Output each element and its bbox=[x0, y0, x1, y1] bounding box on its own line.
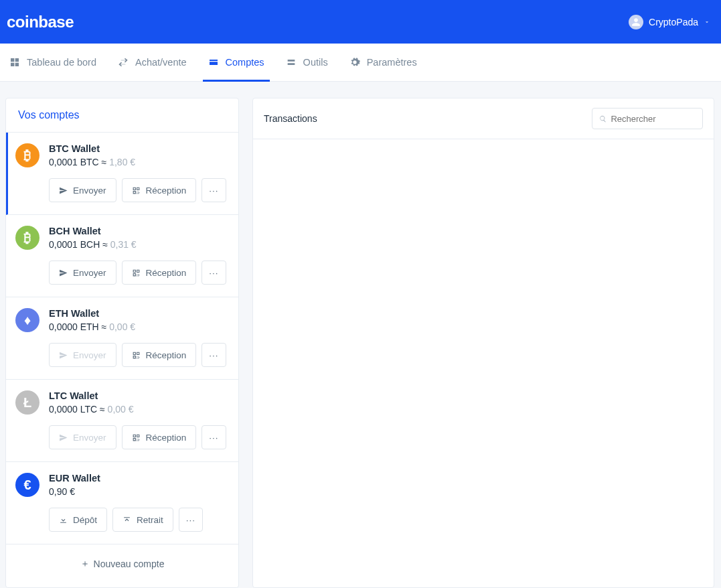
more-button[interactable]: ··· bbox=[202, 425, 226, 449]
user-menu[interactable]: CryptoPada bbox=[629, 15, 710, 29]
avatar-icon bbox=[629, 15, 643, 29]
nav-label: Achat/vente bbox=[135, 57, 187, 68]
btc-coin-icon: ₿ bbox=[15, 143, 39, 167]
send-button[interactable]: Envoyer bbox=[49, 261, 116, 285]
wallet-name: LTC Wallet bbox=[49, 390, 229, 401]
nav-tools[interactable]: Outils bbox=[283, 44, 331, 81]
brand-logo[interactable]: coinbase bbox=[7, 13, 74, 31]
swap-icon bbox=[118, 57, 129, 68]
wallet-bch[interactable]: ₿BCH Wallet0,0001 BCH ≈ 0,31 €EnvoyerRéc… bbox=[6, 215, 238, 297]
tools-icon bbox=[286, 57, 297, 68]
nav-label: Tableau de bord bbox=[27, 57, 96, 68]
new-account-button[interactable]: ＋Nouveau compte bbox=[6, 544, 238, 583]
send-button: Envoyer bbox=[49, 343, 116, 367]
gear-icon bbox=[349, 57, 360, 68]
wallet-name: ETH Wallet bbox=[49, 308, 229, 319]
top-bar: coinbase CryptoPada bbox=[0, 0, 721, 44]
wallet-balance: 0,0001 BTC ≈ 1,80 € bbox=[49, 157, 229, 167]
withdraw-button[interactable]: Retrait bbox=[112, 508, 173, 532]
wallet-balance: 0,0000 ETH ≈ 0,00 € bbox=[49, 321, 229, 332]
ltc-coin-icon: Ł bbox=[15, 390, 39, 415]
content-area: Vos comptes ₿BTC Wallet0,0001 BTC ≈ 1,80… bbox=[0, 82, 721, 588]
transactions-title: Transactions bbox=[264, 113, 317, 124]
more-button[interactable]: ··· bbox=[202, 343, 226, 367]
plus-icon: ＋ bbox=[80, 558, 90, 570]
wallet-eur[interactable]: €EUR Wallet0,90 €DépôtRetrait··· bbox=[6, 462, 238, 544]
wallet-icon bbox=[208, 57, 219, 68]
send-button: Envoyer bbox=[49, 425, 116, 449]
search-box[interactable] bbox=[592, 108, 703, 129]
receive-button[interactable]: Réception bbox=[122, 178, 197, 202]
transactions-panel: Transactions bbox=[252, 98, 714, 588]
wallet-name: BTC Wallet bbox=[49, 143, 229, 154]
nav-buysell[interactable]: Achat/vente bbox=[115, 44, 189, 81]
user-name: CryptoPada bbox=[649, 17, 698, 27]
chevron-down-icon bbox=[704, 19, 710, 25]
wallet-name: EUR Wallet bbox=[49, 473, 229, 484]
nav-bar: Tableau de bord Achat/vente Comptes Outi… bbox=[0, 44, 721, 82]
wallet-name: BCH Wallet bbox=[49, 226, 229, 236]
nav-label: Outils bbox=[303, 57, 328, 68]
transactions-body[interactable] bbox=[253, 139, 714, 587]
nav-settings[interactable]: Paramètres bbox=[347, 44, 420, 81]
receive-button[interactable]: Réception bbox=[122, 425, 197, 449]
wallet-balance: 0,0000 LTC ≈ 0,00 € bbox=[49, 404, 229, 415]
wallet-eth[interactable]: ♦ETH Wallet0,0000 ETH ≈ 0,00 €EnvoyerRéc… bbox=[6, 297, 238, 380]
receive-button[interactable]: Réception bbox=[122, 261, 197, 285]
accounts-header: Vos comptes bbox=[6, 98, 238, 133]
receive-button[interactable]: Réception bbox=[122, 343, 197, 367]
send-button[interactable]: Envoyer bbox=[49, 178, 116, 202]
more-button[interactable]: ··· bbox=[202, 178, 226, 202]
nav-accounts[interactable]: Comptes bbox=[206, 44, 267, 81]
wallet-balance: 0,90 € bbox=[49, 486, 229, 497]
eth-coin-icon: ♦ bbox=[15, 308, 39, 332]
bch-coin-icon: ₿ bbox=[15, 226, 39, 250]
grid-icon bbox=[9, 57, 20, 68]
wallet-ltc[interactable]: ŁLTC Wallet0,0000 LTC ≈ 0,00 €EnvoyerRéc… bbox=[6, 380, 238, 462]
deposit-button[interactable]: Dépôt bbox=[49, 508, 107, 532]
nav-dashboard[interactable]: Tableau de bord bbox=[7, 44, 99, 81]
accounts-list[interactable]: ₿BTC Wallet0,0001 BTC ≈ 1,80 €EnvoyerRéc… bbox=[6, 133, 238, 587]
transactions-header: Transactions bbox=[253, 98, 714, 139]
more-button[interactable]: ··· bbox=[179, 508, 203, 532]
search-input[interactable] bbox=[611, 114, 696, 124]
more-button[interactable]: ··· bbox=[202, 261, 226, 285]
wallet-btc[interactable]: ₿BTC Wallet0,0001 BTC ≈ 1,80 €EnvoyerRéc… bbox=[6, 133, 238, 215]
eur-coin-icon: € bbox=[15, 473, 39, 497]
accounts-panel: Vos comptes ₿BTC Wallet0,0001 BTC ≈ 1,80… bbox=[5, 98, 239, 588]
wallet-balance: 0,0001 BCH ≈ 0,31 € bbox=[49, 239, 229, 250]
search-icon bbox=[599, 115, 607, 123]
nav-label: Paramètres bbox=[367, 57, 417, 68]
nav-label: Comptes bbox=[226, 57, 264, 68]
